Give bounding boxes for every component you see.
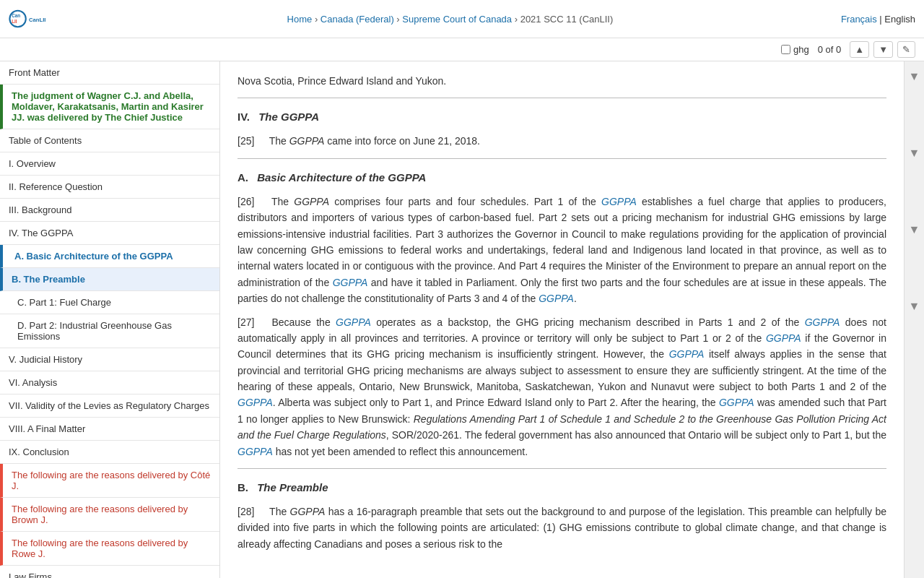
- sidebar-item-reasons-rowe[interactable]: The following are the reasons delivered …: [0, 532, 219, 566]
- section-b-title: The Preamble: [257, 481, 328, 493]
- section-a-title-text: Basic Architecture of the GGPPA: [257, 171, 426, 184]
- toolbar: ghg 0 of 0 ▲ ▼ ✎: [0, 38, 924, 61]
- para-26-num: [26]: [237, 194, 266, 210]
- content-area: Nova Scotia, Prince Edward Island and Yu…: [220, 61, 904, 578]
- link-ggppa-27d[interactable]: GGPPA: [669, 348, 705, 360]
- logo-area: Can LII CanLII: [9, 4, 59, 33]
- divider-1: [237, 98, 886, 98]
- sidebar-item-reasons-cote[interactable]: The following are the reasons delivered …: [0, 464, 219, 498]
- lang-french[interactable]: Français: [841, 14, 877, 25]
- link-ggppa-27c[interactable]: GGPPA: [766, 332, 801, 344]
- section-b-label: B.: [237, 481, 248, 493]
- sidebar-item-vi-analysis[interactable]: VI. Analysis: [0, 371, 219, 394]
- svg-text:CanLII: CanLII: [29, 17, 46, 23]
- link-ggppa-26a[interactable]: GGPPA: [601, 196, 637, 207]
- para-25-num: [25]: [237, 133, 266, 149]
- sidebar-items-container: Front MatterThe judgment of Wagner C.J. …: [0, 61, 219, 578]
- para-28-text: The GGPPA has a 16-paragraph preamble th…: [237, 506, 886, 550]
- svg-text:Can: Can: [12, 13, 20, 18]
- section-iv-label: IV.: [237, 111, 250, 123]
- sidebar-item-iv-a-basic[interactable]: A. Basic Architecture of the GGPPA: [0, 245, 219, 268]
- section-b-heading: B. The Preamble: [237, 479, 886, 496]
- right-scroll-up-2[interactable]: ▼: [906, 144, 923, 163]
- scroll-down-button[interactable]: ▼: [873, 41, 893, 58]
- link-ggppa-27e[interactable]: GGPPA: [237, 397, 273, 408]
- canlii-logo: Can LII CanLII: [9, 4, 59, 33]
- sidebar-item-ix-conclusion[interactable]: IX. Conclusion: [0, 441, 219, 464]
- right-scroll-up-3[interactable]: ▼: [906, 220, 923, 239]
- para-25: [25] The GGPPA came into force on June 2…: [237, 133, 886, 149]
- link-ggppa-26b[interactable]: GGPPA: [333, 277, 368, 288]
- lang-english: English: [884, 14, 915, 25]
- sidebar-item-iv-c-part1[interactable]: C. Part 1: Fuel Charge: [0, 291, 219, 314]
- divider-3: [237, 468, 886, 469]
- link-ggppa-27a[interactable]: GGPPA: [336, 316, 371, 328]
- sidebar-item-law-firms[interactable]: Law Firms: [0, 566, 219, 578]
- search-count: 0 of 0: [818, 44, 842, 55]
- sidebar-item-iv-b-preamble[interactable]: B. The Preamble: [0, 268, 219, 291]
- sidebar-item-iv-ggppa[interactable]: IV. The GGPPA: [0, 222, 219, 245]
- sidebar-item-iii-background[interactable]: III. Background: [0, 199, 219, 222]
- para-26: [26] The GGPPA comprises four parts and …: [237, 194, 886, 307]
- intro-paragraph: Nova Scotia, Prince Edward Island and Yu…: [237, 73, 886, 89]
- sidebar-item-viii-final[interactable]: VIII. A Final Matter: [0, 418, 219, 441]
- link-ggppa-26c[interactable]: GGPPA: [539, 293, 574, 304]
- ghg-label: ghg: [793, 44, 809, 55]
- breadcrumb-home[interactable]: Home: [287, 14, 313, 25]
- sidebar-item-vii-validity[interactable]: VII. Validity of the Levies as Regulator…: [0, 394, 219, 418]
- breadcrumb-court[interactable]: Supreme Court of Canada: [402, 14, 512, 25]
- para-27-text: Because the GGPPA operates as a backstop…: [237, 316, 886, 457]
- sidebar-item-reasons-brown[interactable]: The following are the reasons delivered …: [0, 498, 219, 532]
- section-a-title: Basic Architecture of the GGPPA: [257, 171, 426, 184]
- sidebar-item-iv-d-part2[interactable]: D. Part 2: Industrial Greenhouse Gas Emi…: [0, 314, 219, 348]
- divider-2: [237, 158, 886, 159]
- link-ggppa-27f[interactable]: GGPPA: [719, 397, 754, 408]
- section-iv-heading: IV. The GGPPA: [237, 108, 886, 126]
- para-28-num: [28]: [237, 504, 266, 519]
- sidebar-item-judgment-main[interactable]: The judgment of Wagner C.J. and Abella, …: [0, 85, 219, 129]
- para-27: [27] Because the GGPPA operates as a bac…: [237, 314, 886, 460]
- main-layout: Front MatterThe judgment of Wagner C.J. …: [0, 61, 924, 578]
- para-27-num: [27]: [237, 314, 266, 330]
- edit-button[interactable]: ✎: [897, 41, 915, 58]
- sidebar: Front MatterThe judgment of Wagner C.J. …: [0, 61, 220, 578]
- para-25-text: The GGPPA came into force on June 21, 20…: [269, 135, 480, 147]
- ghg-checkbox[interactable]: [781, 45, 790, 54]
- link-ggppa-27g[interactable]: GGPPA: [237, 446, 273, 457]
- breadcrumb-case: 2021 SCC 11 (CanLII): [520, 14, 614, 25]
- sidebar-item-ii-reference[interactable]: II. Reference Question: [0, 176, 219, 199]
- scroll-up-button[interactable]: ▲: [850, 41, 869, 58]
- breadcrumb-federal[interactable]: Canada (Federal): [321, 14, 394, 25]
- sidebar-item-toc[interactable]: Table of Contents: [0, 129, 219, 152]
- link-ggppa-27b[interactable]: GGPPA: [805, 316, 840, 328]
- section-iv-title: The GGPPA: [258, 111, 319, 123]
- right-scroll-up-4[interactable]: ▼: [906, 297, 923, 316]
- svg-text:LII: LII: [12, 19, 17, 24]
- top-nav: Can LII CanLII Home › Canada (Federal) ›…: [0, 0, 924, 38]
- sidebar-item-v-judicial[interactable]: V. Judicial History: [0, 348, 219, 371]
- para-26-text: The GGPPA comprises four parts and four …: [237, 196, 886, 304]
- right-scroll-panel: ▼ ▼ ▼ ▼: [904, 61, 924, 578]
- section-a-label: A.: [237, 171, 248, 184]
- sidebar-item-i-overview[interactable]: I. Overview: [0, 152, 219, 176]
- right-scroll-up-1[interactable]: ▼: [906, 67, 923, 86]
- breadcrumb: Home › Canada (Federal) › Supreme Court …: [59, 14, 841, 25]
- section-a-heading: A. Basic Architecture of the GGPPA: [237, 169, 886, 186]
- sidebar-item-front-matter[interactable]: Front Matter: [0, 61, 219, 85]
- para-28: [28] The GGPPA has a 16-paragraph preamb…: [237, 504, 886, 552]
- ghg-checkbox-label[interactable]: ghg: [781, 44, 809, 55]
- language-selector: Français | English: [841, 14, 915, 25]
